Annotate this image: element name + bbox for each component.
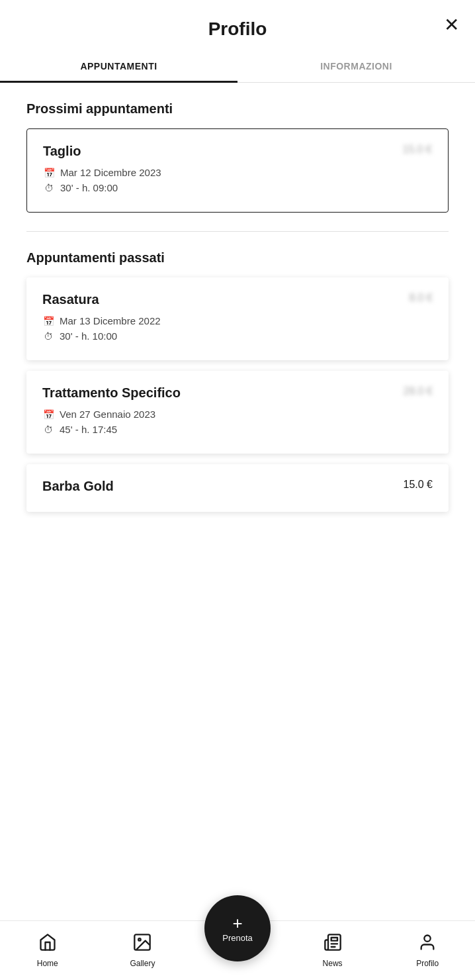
appointment-name-barba: Barba Gold <box>42 479 114 494</box>
upcoming-card-taglio[interactable]: Taglio 15.0 € 📅 Mar 12 Dicembre 2023 ⏱ 3… <box>26 128 449 213</box>
fab-plus-icon: + <box>232 914 242 932</box>
svg-point-2 <box>425 936 431 942</box>
card-header-rasatura: Rasatura 8.0 € <box>42 292 433 307</box>
appointment-name-trattamento: Trattamento Specifico <box>42 385 181 401</box>
card-header: Taglio 15.0 € <box>43 144 432 159</box>
appointment-time: ⏱ 30' - h. 09:00 <box>43 182 432 193</box>
home-icon <box>38 933 57 956</box>
profilo-icon <box>418 933 437 956</box>
content: Prossimi appuntamenti Taglio 15.0 € 📅 Ma… <box>0 83 475 618</box>
tab-informazioni[interactable]: INFORMAZIONI <box>238 50 475 82</box>
upcoming-title: Prossimi appuntamenti <box>26 101 449 117</box>
home-label: Home <box>37 959 58 968</box>
calendar-icon-trattamento: 📅 <box>42 409 54 420</box>
appointment-time-trattamento: ⏱ 45' - h. 17:45 <box>42 424 433 435</box>
upcoming-section: Prossimi appuntamenti Taglio 15.0 € 📅 Ma… <box>26 101 449 213</box>
appointment-time-rasatura: ⏱ 30' - h. 10:00 <box>42 330 433 342</box>
past-card-trattamento[interactable]: Trattamento Specifico 28.0 € 📅 Ven 27 Ge… <box>26 371 449 454</box>
appointment-price-trattamento: 28.0 € <box>404 385 433 397</box>
tab-appuntamenti[interactable]: APPUNTAMENTI <box>0 50 238 82</box>
appointment-date-trattamento: 📅 Ven 27 Gennaio 2023 <box>42 409 433 420</box>
fab-label: Prenota <box>222 933 253 943</box>
appointment-date: 📅 Mar 12 Dicembre 2023 <box>43 167 432 178</box>
appointment-price-rasatura: 8.0 € <box>409 292 433 304</box>
nav-news[interactable]: News <box>285 933 380 968</box>
calendar-icon: 📅 <box>43 168 55 178</box>
page-title: Profilo <box>208 19 267 40</box>
gallery-icon <box>133 933 151 956</box>
appointment-price-barba: 15.0 € <box>404 479 433 491</box>
nav-home[interactable]: Home <box>0 933 95 968</box>
appointment-date-rasatura: 📅 Mar 13 Dicembre 2022 <box>42 315 433 326</box>
prenota-fab[interactable]: + Prenota <box>204 895 271 961</box>
clock-icon: ⏱ <box>43 183 55 193</box>
tabs: APPUNTAMENTI INFORMAZIONI <box>0 50 475 83</box>
profilo-label: Profilo <box>416 959 439 968</box>
card-header-barba: Barba Gold 15.0 € <box>42 479 433 494</box>
appointment-price: 15.0 € <box>403 144 432 156</box>
past-card-rasatura[interactable]: Rasatura 8.0 € 📅 Mar 13 Dicembre 2022 ⏱ … <box>26 277 449 360</box>
past-section: Appuntamenti passati Rasatura 8.0 € 📅 Ma… <box>26 250 449 512</box>
news-icon <box>324 933 342 956</box>
close-button[interactable]: ✕ <box>444 16 459 34</box>
appointment-name: Taglio <box>43 144 81 159</box>
section-divider <box>26 231 449 232</box>
nav-gallery[interactable]: Gallery <box>95 933 191 968</box>
header: Profilo ✕ <box>0 0 475 50</box>
past-title: Appuntamenti passati <box>26 250 449 266</box>
calendar-icon-rasatura: 📅 <box>42 316 54 326</box>
appointment-name-rasatura: Rasatura <box>42 292 99 307</box>
gallery-label: Gallery <box>130 959 155 968</box>
svg-point-1 <box>139 938 142 941</box>
clock-icon-trattamento: ⏱ <box>42 424 54 435</box>
news-label: News <box>323 959 343 968</box>
past-card-barba[interactable]: Barba Gold 15.0 € <box>26 464 449 512</box>
clock-icon-rasatura: ⏱ <box>42 331 54 342</box>
nav-profilo[interactable]: Profilo <box>380 933 475 968</box>
card-header-trattamento: Trattamento Specifico 28.0 € <box>42 385 433 401</box>
